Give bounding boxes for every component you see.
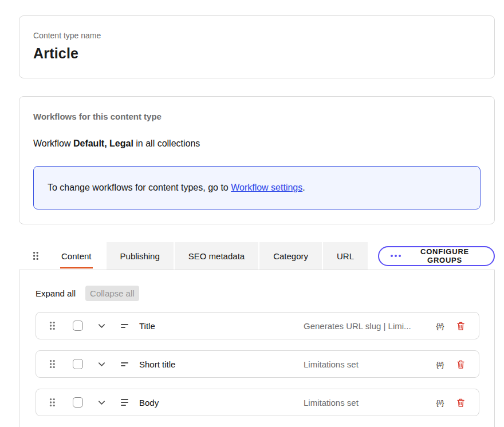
configure-groups-button[interactable]: CONFIGURE GROUPS — [378, 246, 495, 266]
tab-seo-metadata[interactable]: SEO metadata — [175, 242, 258, 270]
callout-text-after: . — [302, 183, 305, 192]
workflows-heading: Workflows for this content type — [33, 112, 481, 121]
expand-collapse-bar: Expand all Collapse all — [36, 286, 479, 301]
configure-groups-label: CONFIGURE GROUPS — [407, 247, 482, 264]
group-tabs: Content Publishing SEO metadata Category… — [48, 242, 368, 270]
workflow-summary: Workflow Default, Legal in all collectio… — [33, 139, 481, 149]
text-element-icon — [121, 324, 129, 328]
callout-text-before: To change workflows for content types, g… — [48, 183, 231, 192]
collapse-all-button[interactable]: Collapse all — [85, 286, 139, 301]
content-type-name-card: Content type name Article — [19, 15, 495, 78]
element-row-short-title[interactable]: Short title Limitations set {#} — [36, 350, 479, 378]
element-checkbox[interactable] — [73, 397, 83, 408]
workflows-card: Workflows for this content type Workflow… — [19, 96, 495, 224]
element-checkbox[interactable] — [73, 321, 83, 331]
workflow-summary-suffix: in all collections — [133, 139, 200, 148]
drag-handle-icon[interactable] — [49, 321, 56, 330]
text-element-icon — [121, 362, 129, 366]
ellipsis-icon — [391, 255, 401, 257]
delete-element-icon[interactable] — [456, 359, 465, 369]
chevron-down-icon[interactable] — [97, 322, 106, 330]
element-meta: Limitations set — [304, 359, 425, 369]
content-group-tabs-bar: Content Publishing SEO metadata Category… — [19, 242, 495, 270]
chevron-down-icon[interactable] — [97, 360, 106, 369]
tab-publishing[interactable]: Publishing — [107, 242, 174, 270]
chevron-down-icon[interactable] — [97, 398, 106, 407]
workflow-settings-link[interactable]: Workflow settings — [231, 183, 302, 192]
elements-panel: Expand all Collapse all Title Generates … — [19, 270, 495, 427]
delete-element-icon[interactable] — [456, 398, 465, 408]
workflow-names: Default, Legal — [73, 139, 133, 148]
element-name: Body — [139, 398, 159, 408]
limitations-icon: {#} — [432, 398, 448, 407]
element-row-title[interactable]: Title Generates URL slug | Limi... {#} — [36, 312, 479, 339]
content-type-editor: Content type name Article Workflows for … — [0, 0, 504, 427]
limitations-icon: {#} — [432, 360, 448, 369]
expand-all-button[interactable]: Expand all — [36, 288, 76, 298]
delete-element-icon[interactable] — [456, 321, 465, 331]
group-drag-handle-icon[interactable] — [19, 251, 48, 260]
element-name: Short title — [139, 359, 175, 369]
drag-handle-icon[interactable] — [49, 359, 56, 369]
tab-category[interactable]: Category — [259, 242, 322, 270]
rich-text-element-icon — [121, 399, 129, 406]
tab-url[interactable]: URL — [323, 242, 368, 270]
element-meta: Limitations set — [304, 398, 425, 408]
limitations-icon: {#} — [432, 322, 448, 330]
content-type-name-label: Content type name — [33, 31, 481, 40]
element-checkbox[interactable] — [73, 359, 83, 369]
drag-handle-icon[interactable] — [49, 398, 56, 407]
workflow-settings-callout: To change workflows for content types, g… — [33, 166, 481, 209]
element-name: Title — [139, 321, 155, 331]
workflow-summary-prefix: Workflow — [33, 139, 73, 148]
tab-content[interactable]: Content — [48, 242, 105, 270]
element-meta: Generates URL slug | Limi... — [304, 321, 425, 331]
element-row-body[interactable]: Body Limitations set {#} — [36, 389, 479, 416]
content-type-name-value: Article — [33, 45, 481, 62]
